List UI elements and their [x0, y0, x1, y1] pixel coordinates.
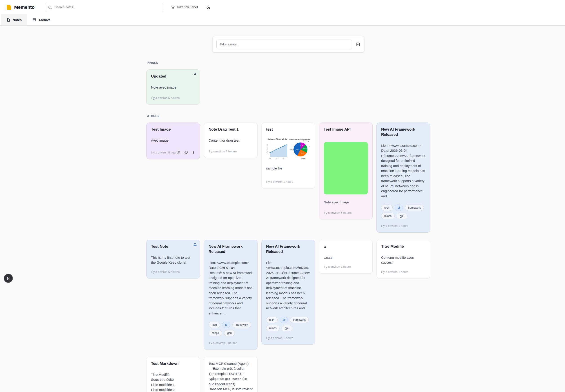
note-body: Note avec image [151, 85, 195, 90]
note-footer: il y a environ 5 heures [151, 146, 195, 155]
note-title: New AI Framework Released [266, 244, 310, 254]
user-avatar-button[interactable]: N [4, 274, 13, 283]
note-card[interactable]: testCroissance Trimestrielle du CA (M€)Q… [261, 123, 315, 188]
note-card[interactable]: New AI Framework ReleasedLien: <www.exam… [261, 240, 315, 345]
note-body: Lien: <www.example.com> Date: 2026-01-04… [381, 143, 426, 199]
note-card[interactable]: Test NoteThis is my first note to test t… [146, 240, 200, 279]
note-body: Content for drag test [208, 138, 253, 143]
note-timestamp: il y a environ 2 heures [208, 149, 253, 154]
note-body: Avec image [151, 138, 195, 143]
note-timestamp: il y a environ 6 heures [151, 270, 195, 274]
tag-pill[interactable]: tech [266, 317, 277, 323]
note-body: Lien: <www.example.com> Date: 2026-01-04… [208, 260, 253, 316]
note-card[interactable]: aszszail y a environ 1 heure [319, 240, 373, 274]
pie-chart-image: Répartition des Revenus 2024Consulting12… [289, 138, 311, 160]
note-title: Test Image API [324, 127, 368, 132]
pie-slice-label: Licences [309, 146, 311, 148]
note-body-line: Test MCP Cleanup (Agent) — Exemple prêt … [208, 361, 253, 371]
tag-pill[interactable]: gpu [397, 213, 407, 219]
pin-filled-icon[interactable] [193, 72, 197, 78]
note-body: Titre ModifiéSous-titre éditéListe modif… [151, 372, 195, 392]
notes-main: PINNED UpdatedNote avec imageil y a envi… [146, 26, 430, 392]
tab-notes[interactable]: Notes [1, 14, 27, 25]
tag-pill[interactable]: mlops [208, 330, 222, 336]
note-card[interactable]: Note Drag Test 1Content for drag testil … [204, 123, 258, 158]
note-card[interactable]: New AI Framework ReleasedLien: <www.exam… [204, 240, 258, 350]
note-body-line: Sous-titre édité [151, 377, 195, 382]
tag-pill[interactable]: tech [208, 322, 220, 328]
note-card[interactable]: New AI Framework ReleasedLien: <www.exam… [376, 123, 430, 233]
tag-pill[interactable]: mlops [381, 213, 395, 219]
pinned-section-label: PINNED [147, 61, 430, 65]
note-card[interactable]: Test Image APINote avec imageil y a envi… [319, 123, 373, 219]
palette-icon[interactable] [184, 151, 188, 154]
tag-pill[interactable]: ai [280, 317, 288, 323]
note-footer: il y a environ 1 heure [381, 265, 426, 274]
note-body: Lien: <www.example.com>\nDate: 2026-01-0… [266, 260, 310, 311]
note-timestamp: il y a environ 2 heures [208, 341, 253, 345]
tag-pill[interactable]: ai [222, 322, 230, 328]
theme-toggle-button[interactable] [206, 5, 211, 9]
note-title: Updated [151, 74, 195, 79]
svg-text:Croissance Trimestrielle du CA: Croissance Trimestrielle du CA (M€) [267, 138, 287, 140]
svg-text:Q1: Q1 [269, 158, 271, 159]
memento-logo-icon [6, 4, 12, 10]
note-footer: il y a environ 5 heures [324, 206, 368, 215]
note-title: New AI Framework Released [208, 244, 253, 254]
tag-pill[interactable]: framework [232, 322, 251, 328]
pie-slice-percent: 42.5% [296, 149, 299, 151]
others-section: OTHERS Test ImageAvec imageil y a enviro… [146, 114, 430, 392]
tag-pill[interactable]: gpu [224, 330, 235, 336]
other-notes-grid: Test ImageAvec imageil y a environ 5 heu… [146, 123, 430, 392]
note-card[interactable]: Test ImageAvec imageil y a environ 5 heu… [146, 123, 200, 159]
note-card[interactable]: Test MarkdownTitre ModifiéSous-titre édi… [146, 357, 200, 392]
line-chart-image: Croissance Trimestrielle du CA (M€)Q1Q2Q… [266, 138, 287, 160]
bell-icon[interactable] [193, 242, 197, 248]
note-image-green-block [324, 142, 368, 195]
note-body: This is my first note to test the Google… [151, 255, 195, 265]
new-checklist-button[interactable] [356, 42, 360, 47]
note-card[interactable]: UpdatedNote avec imageil y a environ 5 h… [146, 70, 200, 105]
note-title: Test Image [151, 127, 195, 132]
pin-icon[interactable] [177, 151, 181, 154]
pie-slice-percent: 25.0% [301, 152, 304, 154]
search-box [45, 3, 163, 12]
note-title: Test Note [151, 244, 195, 249]
tab-bar: Notes Archive [0, 14, 565, 26]
moon-icon [206, 5, 211, 9]
checkbox-icon [356, 42, 360, 47]
svg-text:Q2: Q2 [276, 158, 277, 159]
note-footer: il y a environ 2 heures [208, 145, 253, 154]
tag-pill[interactable]: mlops [266, 325, 280, 331]
note-title: Titre Modifié [381, 244, 426, 249]
tag-pill[interactable]: framework [290, 317, 309, 323]
svg-text:Q3: Q3 [283, 158, 284, 159]
note-body-line: Titre Modifié [151, 372, 195, 378]
search-input[interactable] [45, 3, 163, 12]
note-title: a [324, 244, 368, 249]
note-card[interactable]: Test MCP Cleanup (Agent) — Exemple prêt … [204, 357, 258, 392]
tag-pill[interactable]: tech [381, 205, 393, 211]
note-body: sample file [266, 166, 310, 171]
tag-pill[interactable]: gpu [282, 325, 292, 331]
note-title: Note Drag Test 1 [208, 127, 253, 132]
search-icon [48, 5, 52, 10]
funnel-icon [171, 5, 175, 9]
tab-archive-label: Archive [39, 18, 50, 22]
note-tags: techaiframeworkmlopsgpu [208, 322, 253, 336]
more-icon[interactable] [192, 151, 195, 154]
tab-notes-label: Notes [13, 18, 22, 22]
note-footer: il y a environ 1 heure [381, 219, 426, 228]
note-card[interactable]: Titre ModifiéContenu modifié avec succès… [376, 240, 430, 279]
tab-archive[interactable]: Archive [27, 14, 56, 25]
filter-by-label-button[interactable]: Filter by Label [171, 5, 198, 9]
app-logo: Memento [6, 4, 35, 10]
take-a-note-input[interactable] [216, 40, 352, 49]
note-body: szsza [324, 255, 368, 260]
note-file-icon [7, 18, 10, 22]
tag-pill[interactable]: ai [395, 205, 403, 211]
note-body: Test MCP Cleanup (Agent) — Exemple prêt … [208, 361, 253, 392]
note-footer: il y a environ 1 heure [324, 260, 368, 269]
tag-pill[interactable]: framework [405, 205, 424, 211]
app-title: Memento [14, 4, 35, 10]
